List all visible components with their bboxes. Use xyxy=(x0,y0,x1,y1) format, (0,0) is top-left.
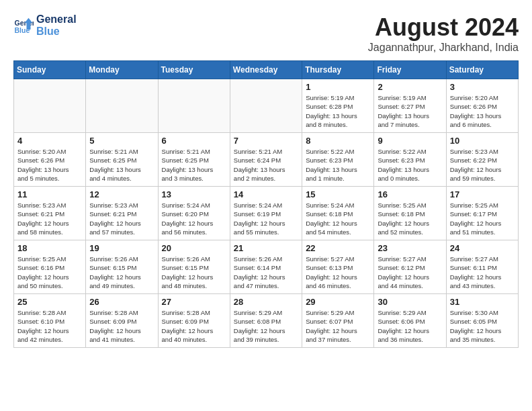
logo-text: General Blue xyxy=(36,13,77,38)
week-row-4: 18Sunrise: 5:25 AM Sunset: 6:16 PM Dayli… xyxy=(14,240,519,294)
header-thursday: Thursday xyxy=(302,61,374,79)
calendar-cell: 25Sunrise: 5:28 AM Sunset: 6:10 PM Dayli… xyxy=(14,294,86,348)
calendar-cell xyxy=(230,79,302,133)
calendar-cell: 27Sunrise: 5:28 AM Sunset: 6:09 PM Dayli… xyxy=(158,294,230,348)
day-number: 13 xyxy=(162,189,226,199)
day-info: Sunrise: 5:26 AM Sunset: 6:14 PM Dayligh… xyxy=(234,255,298,290)
header-saturday: Saturday xyxy=(446,61,518,79)
week-row-1: 1Sunrise: 5:19 AM Sunset: 6:28 PM Daylig… xyxy=(14,79,519,133)
calendar-cell: 28Sunrise: 5:29 AM Sunset: 6:08 PM Dayli… xyxy=(230,294,302,348)
week-row-5: 25Sunrise: 5:28 AM Sunset: 6:10 PM Dayli… xyxy=(14,294,519,348)
day-info: Sunrise: 5:23 AM Sunset: 6:21 PM Dayligh… xyxy=(17,201,82,236)
day-number: 4 xyxy=(17,136,82,146)
day-info: Sunrise: 5:20 AM Sunset: 6:26 PM Dayligh… xyxy=(450,93,515,129)
calendar-cell: 30Sunrise: 5:29 AM Sunset: 6:06 PM Dayli… xyxy=(374,294,446,348)
day-info: Sunrise: 5:19 AM Sunset: 6:27 PM Dayligh… xyxy=(378,93,442,129)
day-number: 20 xyxy=(162,243,226,253)
day-info: Sunrise: 5:29 AM Sunset: 6:07 PM Dayligh… xyxy=(306,308,370,344)
calendar-cell: 29Sunrise: 5:29 AM Sunset: 6:07 PM Dayli… xyxy=(302,294,374,348)
header-tuesday: Tuesday xyxy=(158,61,230,79)
calendar-cell: 13Sunrise: 5:24 AM Sunset: 6:20 PM Dayli… xyxy=(158,187,230,240)
calendar-cell: 18Sunrise: 5:25 AM Sunset: 6:16 PM Dayli… xyxy=(14,240,86,294)
calendar-cell: 6Sunrise: 5:21 AM Sunset: 6:25 PM Daylig… xyxy=(158,133,230,187)
day-number: 12 xyxy=(89,189,154,199)
calendar-cell: 9Sunrise: 5:22 AM Sunset: 6:23 PM Daylig… xyxy=(374,133,446,187)
day-info: Sunrise: 5:25 AM Sunset: 6:18 PM Dayligh… xyxy=(378,201,442,236)
day-info: Sunrise: 5:24 AM Sunset: 6:20 PM Dayligh… xyxy=(162,201,226,236)
day-info: Sunrise: 5:23 AM Sunset: 6:22 PM Dayligh… xyxy=(450,147,515,183)
calendar-cell xyxy=(86,79,158,133)
day-number: 24 xyxy=(450,243,515,253)
calendar-cell: 26Sunrise: 5:28 AM Sunset: 6:09 PM Dayli… xyxy=(86,294,158,348)
header-wednesday: Wednesday xyxy=(230,61,302,79)
day-info: Sunrise: 5:28 AM Sunset: 6:09 PM Dayligh… xyxy=(162,308,226,344)
day-number: 3 xyxy=(450,82,515,92)
day-info: Sunrise: 5:27 AM Sunset: 6:12 PM Dayligh… xyxy=(378,255,442,290)
day-number: 28 xyxy=(234,297,298,307)
calendar-cell: 22Sunrise: 5:27 AM Sunset: 6:13 PM Dayli… xyxy=(302,240,374,294)
month-year: August 2024 xyxy=(368,13,519,42)
day-info: Sunrise: 5:27 AM Sunset: 6:13 PM Dayligh… xyxy=(306,255,370,290)
day-number: 18 xyxy=(17,243,82,253)
day-number: 2 xyxy=(378,82,442,92)
week-row-3: 11Sunrise: 5:23 AM Sunset: 6:21 PM Dayli… xyxy=(14,187,519,240)
day-number: 1 xyxy=(306,82,370,92)
day-info: Sunrise: 5:29 AM Sunset: 6:08 PM Dayligh… xyxy=(234,308,298,344)
header-sunday: Sunday xyxy=(14,61,86,79)
calendar-cell: 15Sunrise: 5:24 AM Sunset: 6:18 PM Dayli… xyxy=(302,187,374,240)
day-number: 9 xyxy=(378,136,442,146)
calendar-cell: 31Sunrise: 5:30 AM Sunset: 6:05 PM Dayli… xyxy=(446,294,518,348)
header-monday: Monday xyxy=(86,61,158,79)
day-number: 21 xyxy=(234,243,298,253)
day-number: 30 xyxy=(378,297,442,307)
day-info: Sunrise: 5:26 AM Sunset: 6:15 PM Dayligh… xyxy=(162,255,226,290)
calendar-cell: 8Sunrise: 5:22 AM Sunset: 6:23 PM Daylig… xyxy=(302,133,374,187)
day-number: 19 xyxy=(89,243,154,253)
calendar-cell: 10Sunrise: 5:23 AM Sunset: 6:22 PM Dayli… xyxy=(446,133,518,187)
day-number: 15 xyxy=(306,189,370,199)
day-info: Sunrise: 5:23 AM Sunset: 6:21 PM Dayligh… xyxy=(89,201,154,236)
day-info: Sunrise: 5:28 AM Sunset: 6:09 PM Dayligh… xyxy=(89,308,154,344)
page-header: General Blue General Blue August 2024 Ja… xyxy=(13,13,519,54)
header-friday: Friday xyxy=(374,61,446,79)
day-number: 31 xyxy=(450,297,515,307)
day-number: 5 xyxy=(89,136,154,146)
calendar-cell xyxy=(14,79,86,133)
day-number: 17 xyxy=(450,189,515,199)
calendar-cell: 11Sunrise: 5:23 AM Sunset: 6:21 PM Dayli… xyxy=(14,187,86,240)
header-row: SundayMondayTuesdayWednesdayThursdayFrid… xyxy=(14,61,519,79)
calendar-cell: 21Sunrise: 5:26 AM Sunset: 6:14 PM Dayli… xyxy=(230,240,302,294)
day-info: Sunrise: 5:28 AM Sunset: 6:10 PM Dayligh… xyxy=(17,308,82,344)
day-number: 11 xyxy=(17,189,82,199)
day-number: 6 xyxy=(162,136,226,146)
location: Jagannathpur, Jharkhand, India xyxy=(368,42,519,54)
calendar-table: SundayMondayTuesdayWednesdayThursdayFrid… xyxy=(13,60,519,348)
day-number: 10 xyxy=(450,136,515,146)
calendar-cell: 16Sunrise: 5:25 AM Sunset: 6:18 PM Dayli… xyxy=(374,187,446,240)
day-info: Sunrise: 5:22 AM Sunset: 6:23 PM Dayligh… xyxy=(306,147,370,183)
title-block: August 2024 Jagannathpur, Jharkhand, Ind… xyxy=(368,13,519,54)
day-number: 23 xyxy=(378,243,442,253)
day-number: 22 xyxy=(306,243,370,253)
day-info: Sunrise: 5:24 AM Sunset: 6:18 PM Dayligh… xyxy=(306,201,370,236)
calendar-cell: 20Sunrise: 5:26 AM Sunset: 6:15 PM Dayli… xyxy=(158,240,230,294)
calendar-cell: 1Sunrise: 5:19 AM Sunset: 6:28 PM Daylig… xyxy=(302,79,374,133)
calendar-cell: 24Sunrise: 5:27 AM Sunset: 6:11 PM Dayli… xyxy=(446,240,518,294)
day-info: Sunrise: 5:21 AM Sunset: 6:24 PM Dayligh… xyxy=(234,147,298,183)
calendar-cell xyxy=(158,79,230,133)
day-info: Sunrise: 5:25 AM Sunset: 6:16 PM Dayligh… xyxy=(17,255,82,290)
calendar-cell: 23Sunrise: 5:27 AM Sunset: 6:12 PM Dayli… xyxy=(374,240,446,294)
logo: General Blue General Blue xyxy=(13,13,77,38)
day-number: 27 xyxy=(162,297,226,307)
calendar-cell: 4Sunrise: 5:20 AM Sunset: 6:26 PM Daylig… xyxy=(14,133,86,187)
day-info: Sunrise: 5:25 AM Sunset: 6:17 PM Dayligh… xyxy=(450,201,515,236)
week-row-2: 4Sunrise: 5:20 AM Sunset: 6:26 PM Daylig… xyxy=(14,133,519,187)
calendar-cell: 19Sunrise: 5:26 AM Sunset: 6:15 PM Dayli… xyxy=(86,240,158,294)
logo-icon: General Blue xyxy=(13,15,34,36)
day-number: 25 xyxy=(17,297,82,307)
calendar-cell: 14Sunrise: 5:24 AM Sunset: 6:19 PM Dayli… xyxy=(230,187,302,240)
calendar-cell: 12Sunrise: 5:23 AM Sunset: 6:21 PM Dayli… xyxy=(86,187,158,240)
day-info: Sunrise: 5:20 AM Sunset: 6:26 PM Dayligh… xyxy=(17,147,82,183)
day-info: Sunrise: 5:24 AM Sunset: 6:19 PM Dayligh… xyxy=(234,201,298,236)
calendar-cell: 2Sunrise: 5:19 AM Sunset: 6:27 PM Daylig… xyxy=(374,79,446,133)
